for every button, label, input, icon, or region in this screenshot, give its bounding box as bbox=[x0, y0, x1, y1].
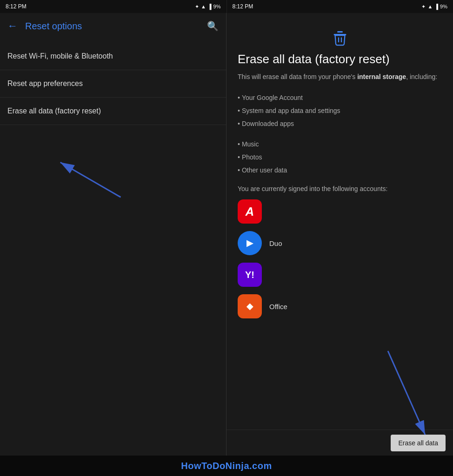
erase-title: Erase all data (factory reset) bbox=[238, 52, 442, 66]
duo-label: Duo bbox=[269, 239, 282, 247]
office-label: Office bbox=[269, 303, 287, 311]
signal-icon: ▐ bbox=[208, 4, 212, 9]
right-panel: Erase all data (factory reset) This will… bbox=[226, 13, 453, 456]
time-left: 8:12 PM bbox=[6, 3, 27, 10]
time-right: 8:12 PM bbox=[233, 3, 253, 10]
battery-right: 9% bbox=[440, 4, 447, 9]
adobe-icon: A bbox=[238, 199, 262, 224]
bluetooth-icon-r: ✦ bbox=[421, 4, 426, 10]
app-row-adobe: A bbox=[238, 199, 442, 224]
signal-icon-r: ▐ bbox=[434, 4, 438, 9]
left-panel: ← Reset options 🔍 Reset Wi-Fi, mobile & … bbox=[0, 13, 226, 456]
battery-left: 9% bbox=[213, 4, 221, 9]
list-item: Photos bbox=[238, 151, 442, 164]
list-item: Your Google Account bbox=[238, 91, 442, 104]
app-row-office: ◆ Office bbox=[238, 294, 442, 318]
list-item: Downloaded apps bbox=[238, 117, 442, 130]
status-bar-left: 8:12 PM ✦ ▲ ▐ 9% 8:12 PM ✦ ▲ ▐ 9% bbox=[0, 0, 453, 13]
app-row-yahoo: Y! bbox=[238, 263, 442, 287]
status-icons-left: ✦ ▲ ▐ 9% bbox=[195, 4, 221, 10]
list-item: Other user data bbox=[238, 164, 442, 177]
app-list: A ▶ Duo Y! ◆ bbox=[238, 199, 442, 346]
wifi-icon-r: ▲ bbox=[427, 4, 433, 9]
list-item: System and app data and settings bbox=[238, 104, 442, 117]
screens-container: ← Reset options 🔍 Reset Wi-Fi, mobile & … bbox=[0, 13, 453, 456]
menu-item-wifi[interactable]: Reset Wi-Fi, mobile & Bluetooth bbox=[0, 43, 226, 70]
search-button[interactable]: 🔍 bbox=[207, 20, 219, 32]
menu-item-factory-reset[interactable]: Erase all data (factory reset) bbox=[0, 98, 226, 125]
menu-item-app-prefs[interactable]: Reset app preferences bbox=[0, 70, 226, 98]
duo-icon: ▶ bbox=[238, 231, 262, 255]
data-list-2: Music Photos Other user data bbox=[238, 138, 442, 177]
list-item: Music bbox=[238, 138, 442, 151]
office-icon: ◆ bbox=[238, 294, 262, 318]
status-icons-right: ✦ ▲ ▐ 9% bbox=[421, 4, 447, 10]
right-content: Erase all data (factory reset) This will… bbox=[226, 13, 453, 430]
wifi-icon: ▲ bbox=[201, 4, 206, 9]
toolbar: ← Reset options 🔍 bbox=[0, 13, 226, 39]
watermark: HowToDoNinja.com bbox=[0, 456, 453, 476]
trash-icon bbox=[332, 30, 348, 46]
app-row-duo: ▶ Duo bbox=[238, 231, 442, 255]
trash-icon-wrapper bbox=[238, 22, 442, 52]
data-list: Your Google Account System and app data … bbox=[238, 91, 442, 130]
svg-rect-3 bbox=[337, 31, 343, 33]
erase-description: This will erase all data from your phone… bbox=[238, 72, 442, 82]
menu-list: Reset Wi-Fi, mobile & Bluetooth Reset ap… bbox=[0, 39, 226, 456]
yahoo-icon: Y! bbox=[238, 263, 262, 287]
screen-title: Reset options bbox=[25, 21, 207, 32]
back-button[interactable]: ← bbox=[7, 20, 18, 32]
accounts-text: You are currently signed into the follow… bbox=[238, 184, 442, 194]
bluetooth-icon: ✦ bbox=[195, 4, 199, 10]
watermark-text: HowToDoNinja.com bbox=[181, 461, 272, 471]
bottom-bar: Erase all data bbox=[226, 430, 453, 456]
erase-all-button[interactable]: Erase all data bbox=[391, 435, 446, 451]
